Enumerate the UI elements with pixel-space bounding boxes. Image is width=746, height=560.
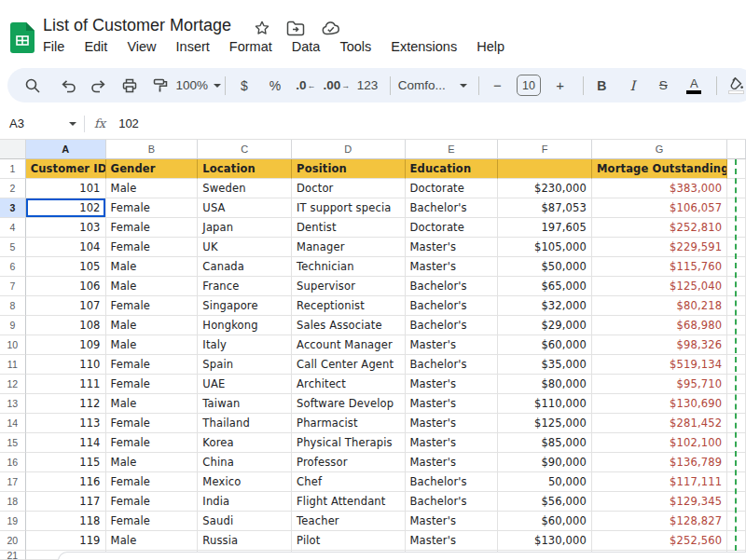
- cell-A2[interactable]: 101: [26, 179, 106, 198]
- cell-D7[interactable]: Supervisor: [292, 277, 405, 296]
- cell-E13[interactable]: Master's: [406, 394, 499, 414]
- cell-B13[interactable]: Male: [106, 394, 199, 414]
- cell-B2[interactable]: Male: [106, 179, 199, 198]
- cell-E1[interactable]: Education: [406, 159, 499, 179]
- cell-D12[interactable]: Architect: [292, 375, 405, 394]
- column-header-D[interactable]: D: [292, 140, 405, 159]
- cell-G11[interactable]: $519,134: [592, 355, 727, 375]
- cell-A13[interactable]: 112: [26, 394, 106, 414]
- cell-F20[interactable]: $130,000: [498, 531, 592, 551]
- cell-F4[interactable]: 197,605: [498, 218, 592, 238]
- column-header-E[interactable]: E: [406, 140, 499, 159]
- column-header-A[interactable]: A: [26, 140, 106, 159]
- cell-D19[interactable]: Teacher: [292, 512, 405, 531]
- cell-G5[interactable]: $229,591: [592, 238, 727, 257]
- cell-A10[interactable]: 109: [26, 335, 106, 355]
- menu-item-file[interactable]: File: [43, 39, 64, 54]
- row-header-20[interactable]: 20: [0, 531, 26, 551]
- cell-G14[interactable]: $281,452: [592, 414, 727, 433]
- cell-D16[interactable]: Professor: [292, 453, 405, 472]
- cell-G13[interactable]: $130,690: [592, 394, 727, 414]
- row-header-12[interactable]: 12: [0, 375, 26, 394]
- cell-G15[interactable]: $102,100: [592, 433, 727, 453]
- search-icon[interactable]: [21, 75, 44, 97]
- row-header-9[interactable]: 9: [0, 316, 26, 335]
- cell-D1[interactable]: Position: [292, 159, 405, 179]
- cell-E19[interactable]: Master's: [406, 512, 499, 531]
- cell-E16[interactable]: Master's: [406, 453, 499, 472]
- cell-A18[interactable]: 117: [26, 492, 106, 512]
- row-header-6[interactable]: 6: [0, 257, 26, 277]
- cell-C16[interactable]: China: [198, 453, 292, 472]
- cell-C17[interactable]: Mexico: [198, 472, 292, 492]
- cell-B6[interactable]: Male: [106, 257, 199, 277]
- cell-E12[interactable]: Master's: [406, 375, 499, 394]
- cell-D2[interactable]: Doctor: [292, 179, 405, 198]
- decrease-decimal-button[interactable]: .0←: [295, 75, 317, 97]
- cell-B7[interactable]: Male: [106, 277, 199, 296]
- cell-D13[interactable]: Software Develop: [292, 394, 405, 414]
- redo-icon[interactable]: [88, 75, 110, 97]
- cell-C14[interactable]: Thailand: [198, 414, 292, 433]
- cell-G7[interactable]: $125,040: [592, 277, 727, 296]
- document-title[interactable]: List of Customer Mortage: [43, 16, 231, 35]
- cell-A3[interactable]: 102: [26, 198, 106, 218]
- cell-B1[interactable]: Gender: [106, 159, 199, 179]
- formula-input[interactable]: 102: [118, 116, 139, 130]
- cell-E5[interactable]: Master's: [406, 238, 499, 257]
- cell-F5[interactable]: $105,000: [498, 238, 592, 257]
- menu-item-data[interactable]: Data: [292, 39, 321, 54]
- row-header-5[interactable]: 5: [0, 238, 26, 257]
- cell-F7[interactable]: $65,000: [498, 277, 592, 296]
- increase-decimal-button[interactable]: .00→: [325, 75, 348, 97]
- cell-B17[interactable]: Female: [106, 472, 199, 492]
- cell-F1[interactable]: [498, 159, 592, 179]
- percent-format-button[interactable]: %: [264, 75, 286, 97]
- cell-B12[interactable]: Female: [106, 375, 199, 394]
- cell-A1[interactable]: Customer ID: [26, 159, 106, 179]
- cell-E15[interactable]: Master's: [406, 433, 499, 453]
- cell-B9[interactable]: Male: [106, 316, 199, 335]
- cell-E11[interactable]: Bachelor's: [406, 355, 499, 375]
- cell-F16[interactable]: $90,000: [498, 453, 592, 472]
- cell-F18[interactable]: $56,000: [498, 492, 592, 512]
- cell-C6[interactable]: Canada: [198, 257, 292, 277]
- cell-A9[interactable]: 108: [26, 316, 106, 335]
- cell-E14[interactable]: Master's: [406, 414, 499, 433]
- cell-E20[interactable]: Master's: [406, 531, 499, 551]
- cell-D6[interactable]: Technician: [292, 257, 405, 277]
- cell-C9[interactable]: Hongkong: [198, 316, 292, 335]
- cell-D20[interactable]: Pilot: [292, 531, 405, 551]
- cell-F13[interactable]: $110,000: [498, 394, 592, 414]
- cell-C3[interactable]: USA: [198, 198, 292, 218]
- cell-F11[interactable]: $35,000: [498, 355, 592, 375]
- print-icon[interactable]: [118, 75, 141, 97]
- menu-item-tools[interactable]: Tools: [339, 39, 371, 54]
- cell-C12[interactable]: UAE: [198, 375, 292, 394]
- row-header-18[interactable]: 18: [0, 492, 26, 512]
- strikethrough-button[interactable]: S: [652, 75, 674, 97]
- row-header-16[interactable]: 16: [0, 453, 26, 472]
- cell-C15[interactable]: Korea: [198, 433, 292, 453]
- cell-F3[interactable]: $87,053: [498, 198, 592, 218]
- cell-E6[interactable]: Master's: [406, 257, 499, 277]
- cell-D5[interactable]: Manager: [292, 238, 405, 257]
- cell-G17[interactable]: $117,111: [592, 472, 727, 492]
- menu-item-edit[interactable]: Edit: [84, 39, 107, 54]
- cell-A11[interactable]: 110: [26, 355, 106, 375]
- cell-B18[interactable]: Female: [106, 492, 199, 512]
- row-header-2[interactable]: 2: [0, 179, 26, 198]
- cell-B16[interactable]: Male: [106, 453, 199, 472]
- menu-item-view[interactable]: View: [127, 39, 156, 54]
- cell-B15[interactable]: Female: [106, 433, 199, 453]
- cell-B5[interactable]: Female: [106, 238, 199, 257]
- cell-C18[interactable]: India: [198, 492, 292, 512]
- row-header-11[interactable]: 11: [0, 355, 26, 375]
- cell-D17[interactable]: Chef: [292, 472, 405, 492]
- row-header-3[interactable]: 3: [0, 198, 26, 218]
- cell-C8[interactable]: Singapore: [198, 296, 292, 316]
- row-header-13[interactable]: 13: [0, 394, 26, 414]
- cell-B20[interactable]: Male: [106, 531, 199, 551]
- cell-A8[interactable]: 107: [26, 296, 106, 316]
- cell-C11[interactable]: Spain: [198, 355, 292, 375]
